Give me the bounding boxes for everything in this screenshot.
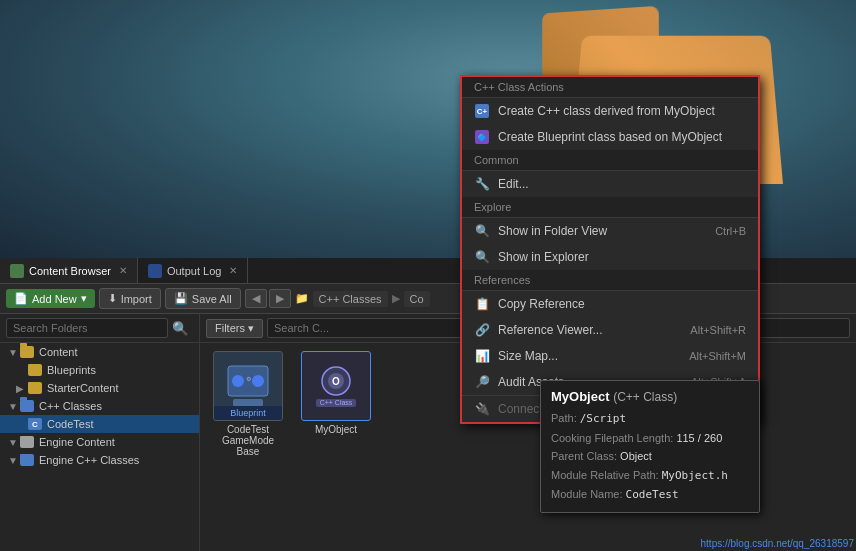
ctx-item-reference-viewer[interactable]: 🔗 Reference Viewer... Alt+Shift+R [462, 317, 758, 343]
info-cooking-row: Cooking Filepath Length: 115 / 260 [551, 430, 749, 447]
search-folders-button[interactable]: 🔍 [168, 319, 193, 338]
ctx-item-show-explorer[interactable]: 🔍 Show in Explorer [462, 244, 758, 270]
ctx-shortcut-folder: Ctrl+B [715, 225, 746, 237]
context-menu: C++ Class Actions C+ Create C++ class de… [460, 75, 760, 424]
filters-arrow: ▾ [248, 322, 254, 334]
info-title-name: MyObject [551, 389, 610, 404]
nav-back-button[interactable]: ◀ [245, 289, 267, 308]
ctx-label-copy-reference: Copy Reference [498, 297, 585, 311]
info-path-row: Path: /Script [551, 410, 749, 428]
ctx-bp-icon: 🔷 [474, 129, 490, 145]
ctx-item-show-folder[interactable]: 🔍 Show in Folder View Ctrl+B [462, 218, 758, 244]
info-path-value: /Script [580, 412, 626, 425]
folder-search-bar: 🔍 [0, 314, 199, 343]
content-browser-tab-icon [10, 264, 24, 278]
engine-content-folder-icon [20, 436, 34, 448]
ctx-header-references: References [462, 270, 758, 291]
folder-sidebar: 🔍 ▼ Content Blueprints ▶ StarterContent … [0, 314, 200, 551]
watermark-text: https://blog.csdn.net/qq_26318597 [701, 538, 854, 549]
output-log-tab-close[interactable]: ✕ [229, 265, 237, 276]
breadcrumb-folder-icon: 📁 [295, 292, 309, 305]
info-module-name-label: Module Name: [551, 488, 623, 500]
tree-item-starter-content[interactable]: ▶ StarterContent [0, 379, 199, 397]
info-module-rel-label: Module Relative Path: [551, 469, 659, 481]
filters-button[interactable]: Filters ▾ [206, 319, 263, 338]
ctx-size-map-icon: 📊 [474, 348, 490, 364]
tree-item-cpp-classes[interactable]: ▼ C++ Classes [0, 397, 199, 415]
save-all-label: Save All [192, 293, 232, 305]
save-all-button[interactable]: 💾 Save All [165, 288, 241, 309]
svg-text:C++ Class: C++ Class [320, 399, 353, 406]
info-class-type: (C++ Class) [613, 390, 677, 404]
ctx-header-common: Common [462, 150, 758, 171]
tree-label-cpp-classes: C++ Classes [39, 400, 102, 412]
ctx-label-create-blueprint: Create Blueprint class based on MyObject [498, 130, 722, 144]
filters-label: Filters [215, 322, 245, 334]
breadcrumb-separator: ▶ [392, 292, 400, 305]
asset-thumb-gamemode: ⚙ Blueprint [213, 351, 283, 421]
tree-item-codetest[interactable]: C CodeTest [0, 415, 199, 433]
output-log-tab-icon [148, 264, 162, 278]
content-browser-tab-close[interactable]: ✕ [119, 265, 127, 276]
ctx-edit-icon: 🔧 [474, 176, 490, 192]
asset-thumb-myobject: O C++ Class [301, 351, 371, 421]
content-folder-icon [20, 346, 34, 358]
tree-label-codetest: CodeTest [47, 418, 93, 430]
import-icon: ⬇ [108, 292, 117, 305]
tree-arrow-engine-cpp: ▼ [8, 455, 20, 466]
breadcrumb-cpp-classes[interactable]: C++ Classes [313, 291, 388, 307]
tree-arrow-starter: ▶ [16, 383, 28, 394]
svg-text:O: O [332, 376, 340, 387]
add-new-icon: 📄 [14, 292, 28, 305]
tree-label-blueprints: Blueprints [47, 364, 96, 376]
ctx-item-create-blueprint[interactable]: 🔷 Create Blueprint class based on MyObje… [462, 124, 758, 150]
breadcrumb-current[interactable]: Co [404, 291, 430, 307]
add-new-arrow: ▾ [81, 292, 87, 305]
ctx-item-size-map[interactable]: 📊 Size Map... Alt+Shift+M [462, 343, 758, 369]
ctx-shortcut-size-map: Alt+Shift+M [689, 350, 746, 362]
asset-item-myobject[interactable]: O C++ Class MyObject [296, 351, 376, 543]
search-folders-input[interactable] [6, 318, 168, 338]
svg-point-11 [252, 375, 264, 387]
info-cooking-label: Cooking Filepath Length: [551, 432, 673, 444]
tree-item-engine-cpp[interactable]: ▼ Engine C++ Classes [0, 451, 199, 469]
tree-label-engine-cpp: Engine C++ Classes [39, 454, 139, 466]
ctx-item-copy-reference[interactable]: 📋 Copy Reference [462, 291, 758, 317]
add-new-button[interactable]: 📄 Add New ▾ [6, 289, 95, 308]
asset-name-myobject: MyObject [315, 424, 357, 435]
save-all-icon: 💾 [174, 292, 188, 305]
ctx-item-edit[interactable]: 🔧 Edit... [462, 171, 758, 197]
ctx-explorer-icon: 🔍 [474, 249, 490, 265]
ctx-source-control-icon: 🔌 [474, 401, 490, 417]
watermark: https://blog.csdn.net/qq_26318597 [701, 538, 854, 549]
import-label: Import [121, 293, 152, 305]
blueprints-folder-icon [28, 364, 42, 376]
ctx-label-edit: Edit... [498, 177, 529, 191]
svg-point-10 [232, 375, 244, 387]
nav-forward-button[interactable]: ▶ [269, 289, 291, 308]
info-module-name-row: Module Name: CodeTest [551, 486, 749, 504]
ctx-label-show-folder: Show in Folder View [498, 224, 607, 238]
ctx-ref-viewer-icon: 🔗 [474, 322, 490, 338]
asset-item-codetest-gamemode[interactable]: ⚙ Blueprint CodeTestGameModeBase [208, 351, 288, 543]
ctx-label-size-map: Size Map... [498, 349, 558, 363]
tab-content-browser[interactable]: Content Browser ✕ [0, 258, 138, 283]
info-title: MyObject (C++ Class) [551, 389, 749, 404]
tab-output-log[interactable]: Output Log ✕ [138, 258, 248, 283]
tree-item-blueprints[interactable]: Blueprints [0, 361, 199, 379]
info-cooking-value: 115 / 260 [676, 432, 722, 444]
tab-content-browser-label: Content Browser [29, 265, 111, 277]
ctx-label-reference-viewer: Reference Viewer... [498, 323, 603, 337]
info-path-label: Path: [551, 412, 577, 424]
ctx-label-create-cpp: Create C++ class derived from MyObject [498, 104, 715, 118]
tree-arrow-cpp: ▼ [8, 401, 20, 412]
tree-item-content[interactable]: ▼ Content [0, 343, 199, 361]
tree-label-starter: StarterContent [47, 382, 119, 394]
starter-content-folder-icon [28, 382, 42, 394]
ctx-label-show-explorer: Show in Explorer [498, 250, 589, 264]
ctx-item-create-cpp[interactable]: C+ Create C++ class derived from MyObjec… [462, 98, 758, 124]
add-new-label: Add New [32, 293, 77, 305]
ctx-folder-view-icon: 🔍 [474, 223, 490, 239]
tree-item-engine-content[interactable]: ▼ Engine Content [0, 433, 199, 451]
import-button[interactable]: ⬇ Import [99, 288, 161, 309]
